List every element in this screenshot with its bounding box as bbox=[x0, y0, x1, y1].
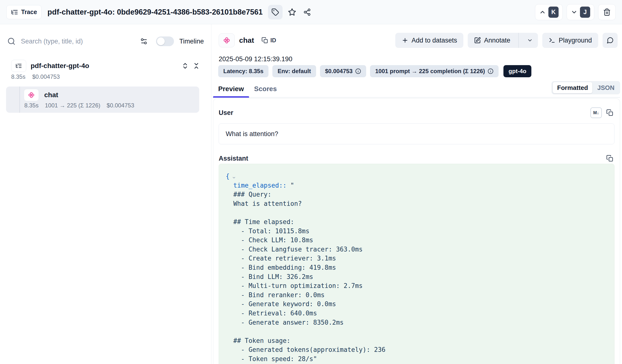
code-line: ## Time elapsed: bbox=[226, 217, 609, 227]
generation-badge bbox=[219, 33, 235, 47]
toggle-knob bbox=[157, 38, 165, 45]
playground-label: Playground bbox=[559, 37, 592, 44]
code-line: ## Token usage: bbox=[226, 336, 609, 345]
add-to-datasets-button[interactable]: Add to datasets bbox=[395, 33, 464, 48]
user-message-box: What is attention? bbox=[219, 123, 614, 144]
tree-node-label: chat bbox=[44, 91, 58, 99]
observation-timestamp: 2025-05-09 12:15:39.190 bbox=[219, 55, 292, 63]
generation-node-badge bbox=[24, 89, 39, 101]
tag-icon bbox=[272, 8, 279, 16]
delete-trace-button[interactable] bbox=[598, 4, 616, 20]
tree-node-metrics: 8.35s 1001 → 225 (Σ 1226) $0.004753 bbox=[24, 102, 134, 109]
observation-detail: chat ID Add to datasets An bbox=[211, 24, 622, 364]
metric-badge: $0.004753 bbox=[320, 65, 366, 77]
badge-label: $0.004753 bbox=[325, 68, 352, 75]
search-input[interactable] bbox=[20, 38, 140, 45]
tag-button[interactable] bbox=[268, 5, 283, 19]
metric-badge: Latency: 8.35s bbox=[218, 65, 269, 77]
timeline-label: Timeline bbox=[179, 38, 204, 45]
code-line bbox=[226, 208, 609, 217]
user-section-header: User M↓ bbox=[213, 99, 620, 118]
code-line: - Total: 10115.8ms bbox=[226, 227, 609, 236]
info-icon[interactable] bbox=[488, 68, 493, 74]
user-heading: User bbox=[219, 109, 233, 117]
share-icon bbox=[303, 8, 311, 16]
page-title: pdf-chatter-gpt-4o: 0bde9629-4251-4386-b… bbox=[47, 8, 263, 17]
annotate-label: Annotate bbox=[484, 37, 510, 44]
copy-user-content-button[interactable] bbox=[606, 109, 614, 116]
tabs-row: Preview Scores Formatted JSON bbox=[213, 80, 620, 98]
collapse-all-icon[interactable] bbox=[193, 62, 200, 70]
code-line: - Create retriever: 3.1ms bbox=[226, 254, 609, 263]
code-line: - Bind LLM: 326.2ms bbox=[226, 272, 609, 282]
pinwheel-icon bbox=[27, 91, 35, 99]
edit-square-icon bbox=[474, 37, 481, 44]
tree-expand-controls bbox=[181, 62, 200, 70]
model-badge: gpt-4o bbox=[504, 65, 531, 77]
tree-node-chat[interactable]: chat 8.35s 1001 → 225 (Σ 1226) $0.004753 bbox=[6, 87, 199, 113]
button-divider bbox=[518, 33, 519, 48]
code-line: {⌄ bbox=[226, 172, 609, 181]
top-bar-actions: K J bbox=[535, 4, 616, 20]
annotate-split-button: Annotate bbox=[468, 33, 538, 48]
comments-button[interactable] bbox=[603, 33, 618, 48]
nav-previous-button[interactable]: K bbox=[535, 4, 563, 20]
code-line: - Retrieval: 640.0ms bbox=[226, 309, 609, 318]
code-line: - Generate answer: 8350.2ms bbox=[226, 318, 609, 327]
chevron-down-icon bbox=[527, 38, 533, 43]
format-json[interactable]: JSON bbox=[593, 82, 619, 93]
trash-icon bbox=[603, 8, 611, 16]
trace-type-badge: Trace bbox=[6, 5, 41, 19]
observation-title: chat bbox=[239, 36, 254, 44]
format-formatted[interactable]: Formatted bbox=[553, 82, 592, 93]
markdown-toggle-button[interactable]: M↓ bbox=[590, 107, 602, 118]
pinwheel-icon bbox=[223, 36, 231, 44]
node-cost: $0.004753 bbox=[107, 102, 134, 109]
badge-label: Env: default bbox=[277, 68, 311, 75]
code-line: time_elapsed:: " bbox=[226, 181, 609, 190]
trace-tree-sidebar: Timeline pdf-chatter-gpt-4o 8.35s $0.004… bbox=[0, 24, 211, 364]
annotate-button[interactable]: Annotate bbox=[468, 33, 515, 48]
copy-assistant-content-button[interactable] bbox=[606, 155, 614, 162]
trace-badge-label: Trace bbox=[21, 8, 37, 16]
playground-button[interactable]: Playground bbox=[542, 33, 598, 48]
copy-icon bbox=[606, 109, 614, 116]
filter-settings-icon[interactable] bbox=[140, 38, 148, 45]
id-label: ID bbox=[271, 37, 276, 44]
metric-badge: Env: default bbox=[272, 65, 316, 77]
trace-root-metrics: 8.35s $0.004753 bbox=[11, 73, 60, 80]
code-line: - Generate keyword: 0.0ms bbox=[226, 300, 609, 309]
nav-next-button[interactable]: J bbox=[567, 4, 594, 20]
expand-all-icon[interactable] bbox=[181, 62, 189, 70]
code-line: - Token speed: 28/s" bbox=[226, 355, 609, 364]
tab-preview[interactable]: Preview bbox=[213, 85, 249, 97]
code-line: - Check LLM: 10.8ms bbox=[226, 236, 609, 245]
badge-label: gpt-4o bbox=[508, 68, 526, 75]
chevron-up-icon bbox=[539, 9, 546, 16]
collapse-json-icon[interactable]: ⌄ bbox=[232, 173, 236, 180]
annotate-dropdown-button[interactable] bbox=[522, 33, 538, 48]
code-line: ### Query: bbox=[226, 190, 609, 199]
info-icon[interactable] bbox=[355, 68, 361, 74]
badge-label: 1001 prompt → 225 completion (Σ 1226) bbox=[375, 68, 485, 75]
tab-scores[interactable]: Scores bbox=[249, 85, 282, 97]
share-button[interactable] bbox=[302, 7, 313, 18]
trace-root-name: pdf-chatter-gpt-4o bbox=[31, 62, 89, 70]
user-message-text: What is attention? bbox=[226, 130, 278, 138]
search-row: Timeline bbox=[7, 32, 204, 51]
timeline-toggle[interactable] bbox=[156, 37, 174, 46]
code-line: - Generated tokens(approximately): 236 bbox=[226, 345, 609, 355]
preview-panel: User M↓ What is attention? Assistant bbox=[213, 98, 620, 364]
code-line: - Bind embedding: 419.8ms bbox=[226, 263, 609, 272]
root-latency: 8.35s bbox=[11, 73, 25, 80]
observation-actions: Add to datasets Annotate bbox=[395, 33, 618, 48]
tree-indent-guide bbox=[19, 87, 20, 113]
assistant-heading: Assistant bbox=[219, 155, 248, 162]
comment-bubble-icon bbox=[606, 37, 614, 44]
tree-root-row[interactable]: pdf-chatter-gpt-4o bbox=[11, 59, 200, 72]
star-button[interactable] bbox=[287, 7, 298, 18]
copy-id-button[interactable]: ID bbox=[261, 37, 276, 44]
code-line: - Multi-turn optimization: 2.7ms bbox=[226, 281, 609, 291]
node-tokens: 1001 → 225 (Σ 1226) bbox=[45, 102, 100, 109]
badge-label: Latency: 8.35s bbox=[223, 68, 263, 75]
